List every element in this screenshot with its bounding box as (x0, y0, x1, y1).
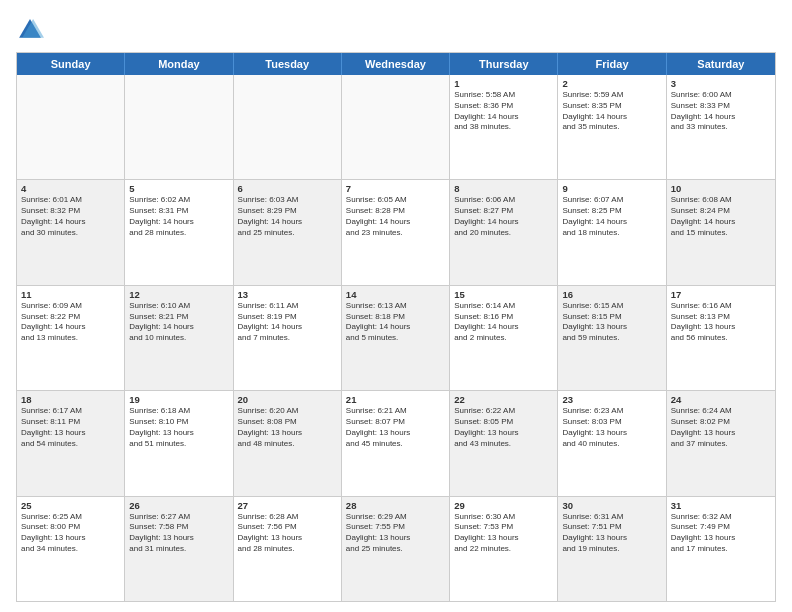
day-number: 31 (671, 500, 771, 511)
day-info: Sunrise: 6:05 AM Sunset: 8:28 PM Dayligh… (346, 195, 445, 238)
calendar-cell-day-4: 4Sunrise: 6:01 AM Sunset: 8:32 PM Daylig… (17, 180, 125, 284)
day-info: Sunrise: 6:08 AM Sunset: 8:24 PM Dayligh… (671, 195, 771, 238)
day-number: 5 (129, 183, 228, 194)
calendar-cell-day-16: 16Sunrise: 6:15 AM Sunset: 8:15 PM Dayli… (558, 286, 666, 390)
header-day-thursday: Thursday (450, 53, 558, 75)
calendar-cell-empty (234, 75, 342, 179)
day-info: Sunrise: 6:13 AM Sunset: 8:18 PM Dayligh… (346, 301, 445, 344)
calendar-row-4: 25Sunrise: 6:25 AM Sunset: 8:00 PM Dayli… (17, 496, 775, 601)
day-info: Sunrise: 6:11 AM Sunset: 8:19 PM Dayligh… (238, 301, 337, 344)
logo-icon (16, 16, 44, 44)
calendar-cell-day-8: 8Sunrise: 6:06 AM Sunset: 8:27 PM Daylig… (450, 180, 558, 284)
day-number: 4 (21, 183, 120, 194)
calendar-cell-day-30: 30Sunrise: 6:31 AM Sunset: 7:51 PM Dayli… (558, 497, 666, 601)
day-info: Sunrise: 6:03 AM Sunset: 8:29 PM Dayligh… (238, 195, 337, 238)
day-info: Sunrise: 5:59 AM Sunset: 8:35 PM Dayligh… (562, 90, 661, 133)
header-day-wednesday: Wednesday (342, 53, 450, 75)
calendar-cell-day-23: 23Sunrise: 6:23 AM Sunset: 8:03 PM Dayli… (558, 391, 666, 495)
day-number: 27 (238, 500, 337, 511)
day-number: 11 (21, 289, 120, 300)
header-day-monday: Monday (125, 53, 233, 75)
day-info: Sunrise: 6:16 AM Sunset: 8:13 PM Dayligh… (671, 301, 771, 344)
calendar-cell-day-7: 7Sunrise: 6:05 AM Sunset: 8:28 PM Daylig… (342, 180, 450, 284)
header-day-sunday: Sunday (17, 53, 125, 75)
calendar-cell-day-10: 10Sunrise: 6:08 AM Sunset: 8:24 PM Dayli… (667, 180, 775, 284)
calendar-cell-empty (17, 75, 125, 179)
page: SundayMondayTuesdayWednesdayThursdayFrid… (0, 0, 792, 612)
header (16, 16, 776, 44)
day-number: 26 (129, 500, 228, 511)
calendar-cell-day-20: 20Sunrise: 6:20 AM Sunset: 8:08 PM Dayli… (234, 391, 342, 495)
calendar-cell-empty (125, 75, 233, 179)
day-info: Sunrise: 6:27 AM Sunset: 7:58 PM Dayligh… (129, 512, 228, 555)
day-info: Sunrise: 6:07 AM Sunset: 8:25 PM Dayligh… (562, 195, 661, 238)
calendar-row-3: 18Sunrise: 6:17 AM Sunset: 8:11 PM Dayli… (17, 390, 775, 495)
calendar-cell-day-25: 25Sunrise: 6:25 AM Sunset: 8:00 PM Dayli… (17, 497, 125, 601)
calendar-cell-day-9: 9Sunrise: 6:07 AM Sunset: 8:25 PM Daylig… (558, 180, 666, 284)
header-day-friday: Friday (558, 53, 666, 75)
day-info: Sunrise: 6:31 AM Sunset: 7:51 PM Dayligh… (562, 512, 661, 555)
calendar-row-2: 11Sunrise: 6:09 AM Sunset: 8:22 PM Dayli… (17, 285, 775, 390)
calendar-header: SundayMondayTuesdayWednesdayThursdayFrid… (17, 53, 775, 75)
calendar-cell-day-14: 14Sunrise: 6:13 AM Sunset: 8:18 PM Dayli… (342, 286, 450, 390)
day-number: 3 (671, 78, 771, 89)
calendar-body: 1Sunrise: 5:58 AM Sunset: 8:36 PM Daylig… (17, 75, 775, 601)
day-info: Sunrise: 6:21 AM Sunset: 8:07 PM Dayligh… (346, 406, 445, 449)
day-number: 19 (129, 394, 228, 405)
day-info: Sunrise: 5:58 AM Sunset: 8:36 PM Dayligh… (454, 90, 553, 133)
day-info: Sunrise: 6:15 AM Sunset: 8:15 PM Dayligh… (562, 301, 661, 344)
day-info: Sunrise: 6:28 AM Sunset: 7:56 PM Dayligh… (238, 512, 337, 555)
header-day-saturday: Saturday (667, 53, 775, 75)
day-info: Sunrise: 6:09 AM Sunset: 8:22 PM Dayligh… (21, 301, 120, 344)
day-number: 25 (21, 500, 120, 511)
day-number: 14 (346, 289, 445, 300)
day-info: Sunrise: 6:10 AM Sunset: 8:21 PM Dayligh… (129, 301, 228, 344)
calendar-cell-day-29: 29Sunrise: 6:30 AM Sunset: 7:53 PM Dayli… (450, 497, 558, 601)
logo (16, 16, 48, 44)
day-number: 12 (129, 289, 228, 300)
day-number: 9 (562, 183, 661, 194)
day-number: 1 (454, 78, 553, 89)
day-info: Sunrise: 6:01 AM Sunset: 8:32 PM Dayligh… (21, 195, 120, 238)
day-number: 29 (454, 500, 553, 511)
day-info: Sunrise: 6:29 AM Sunset: 7:55 PM Dayligh… (346, 512, 445, 555)
day-number: 16 (562, 289, 661, 300)
day-info: Sunrise: 6:14 AM Sunset: 8:16 PM Dayligh… (454, 301, 553, 344)
calendar-row-0: 1Sunrise: 5:58 AM Sunset: 8:36 PM Daylig… (17, 75, 775, 179)
calendar-cell-day-24: 24Sunrise: 6:24 AM Sunset: 8:02 PM Dayli… (667, 391, 775, 495)
day-info: Sunrise: 6:25 AM Sunset: 8:00 PM Dayligh… (21, 512, 120, 555)
calendar-cell-day-27: 27Sunrise: 6:28 AM Sunset: 7:56 PM Dayli… (234, 497, 342, 601)
day-number: 7 (346, 183, 445, 194)
day-number: 2 (562, 78, 661, 89)
calendar-row-1: 4Sunrise: 6:01 AM Sunset: 8:32 PM Daylig… (17, 179, 775, 284)
day-info: Sunrise: 6:00 AM Sunset: 8:33 PM Dayligh… (671, 90, 771, 133)
day-number: 15 (454, 289, 553, 300)
day-info: Sunrise: 6:17 AM Sunset: 8:11 PM Dayligh… (21, 406, 120, 449)
day-number: 30 (562, 500, 661, 511)
calendar-cell-day-19: 19Sunrise: 6:18 AM Sunset: 8:10 PM Dayli… (125, 391, 233, 495)
calendar-cell-day-28: 28Sunrise: 6:29 AM Sunset: 7:55 PM Dayli… (342, 497, 450, 601)
day-info: Sunrise: 6:23 AM Sunset: 8:03 PM Dayligh… (562, 406, 661, 449)
day-info: Sunrise: 6:30 AM Sunset: 7:53 PM Dayligh… (454, 512, 553, 555)
day-number: 23 (562, 394, 661, 405)
day-number: 8 (454, 183, 553, 194)
day-info: Sunrise: 6:20 AM Sunset: 8:08 PM Dayligh… (238, 406, 337, 449)
calendar-cell-day-31: 31Sunrise: 6:32 AM Sunset: 7:49 PM Dayli… (667, 497, 775, 601)
day-number: 20 (238, 394, 337, 405)
day-number: 28 (346, 500, 445, 511)
calendar-cell-day-6: 6Sunrise: 6:03 AM Sunset: 8:29 PM Daylig… (234, 180, 342, 284)
calendar-cell-day-12: 12Sunrise: 6:10 AM Sunset: 8:21 PM Dayli… (125, 286, 233, 390)
day-info: Sunrise: 6:22 AM Sunset: 8:05 PM Dayligh… (454, 406, 553, 449)
calendar-cell-day-5: 5Sunrise: 6:02 AM Sunset: 8:31 PM Daylig… (125, 180, 233, 284)
calendar-cell-day-15: 15Sunrise: 6:14 AM Sunset: 8:16 PM Dayli… (450, 286, 558, 390)
day-info: Sunrise: 6:24 AM Sunset: 8:02 PM Dayligh… (671, 406, 771, 449)
header-day-tuesday: Tuesday (234, 53, 342, 75)
calendar-cell-day-2: 2Sunrise: 5:59 AM Sunset: 8:35 PM Daylig… (558, 75, 666, 179)
calendar-cell-day-3: 3Sunrise: 6:00 AM Sunset: 8:33 PM Daylig… (667, 75, 775, 179)
calendar-cell-day-13: 13Sunrise: 6:11 AM Sunset: 8:19 PM Dayli… (234, 286, 342, 390)
calendar-cell-day-26: 26Sunrise: 6:27 AM Sunset: 7:58 PM Dayli… (125, 497, 233, 601)
day-number: 13 (238, 289, 337, 300)
calendar-cell-day-21: 21Sunrise: 6:21 AM Sunset: 8:07 PM Dayli… (342, 391, 450, 495)
calendar-cell-day-17: 17Sunrise: 6:16 AM Sunset: 8:13 PM Dayli… (667, 286, 775, 390)
calendar-cell-day-1: 1Sunrise: 5:58 AM Sunset: 8:36 PM Daylig… (450, 75, 558, 179)
